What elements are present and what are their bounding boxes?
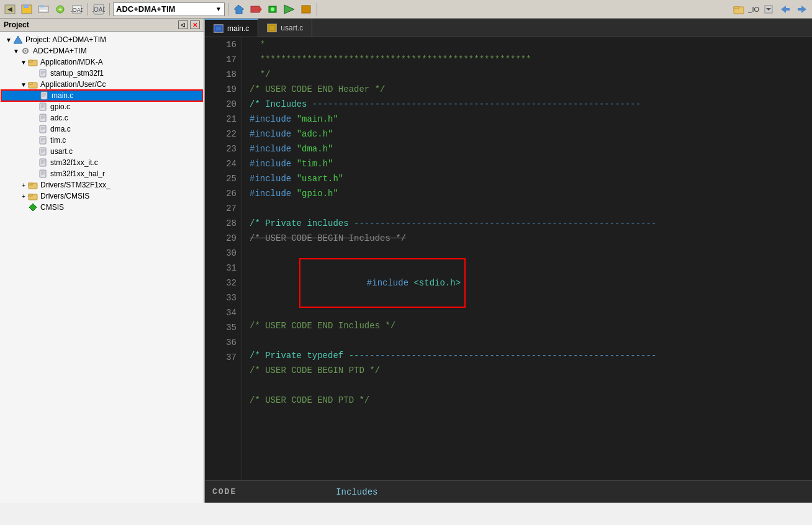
toolbar1-btn-chip[interactable] (265, 2, 280, 17)
file-mainc-icon (38, 91, 50, 101)
toolbar1-btn-3[interactable] (36, 2, 51, 17)
toolbar1-btn-6[interactable]: LOAD (91, 2, 106, 17)
tab-usartc[interactable]: usart.c (258, 19, 312, 37)
sidebar-pin-btn[interactable]: ᐊ (178, 20, 188, 29)
expand-drivers1[interactable]: + (20, 182, 27, 189)
tree-item-appuser[interactable]: ▼ Application/User/Cc (0, 79, 204, 90)
ln-23: 23 (210, 141, 237, 156)
expand-appuser[interactable]: ▼ (20, 81, 27, 88)
tree-timc-label: tim.c (50, 136, 66, 145)
svg-rect-48 (40, 125, 46, 133)
expand-adcdmatim[interactable]: ▼ (12, 48, 20, 55)
tree-item-usartc[interactable]: usart.c (0, 146, 204, 157)
toolbar1-btn-build[interactable] (248, 2, 263, 17)
tree-item-timc[interactable]: tim.c (0, 135, 204, 146)
code-line-29: /* USER CODE BEGIN Includes */ (250, 231, 805, 246)
tree-item-cmsis[interactable]: CMSIS (0, 202, 204, 213)
line-numbers: 16 17 18 19 20 21 22 23 24 25 26 27 28 2… (205, 37, 242, 480)
code-line-22: #include "adc.h" (250, 127, 805, 141)
ln-19: 19 (210, 82, 237, 97)
expand-drivers2[interactable]: + (20, 193, 27, 200)
ln-34: 34 (210, 305, 237, 320)
tab-mainc-icon (214, 24, 223, 33)
code-line-32 (250, 333, 805, 348)
file-usartc-icon (37, 146, 48, 156)
tree-appmdk-label: Application/MDK-A (40, 58, 103, 66)
tab-usartc-icon (267, 24, 277, 32)
tree-item-adcdmatim[interactable]: ▼ ADC+DMA+TIM (0, 45, 204, 56)
svg-text:◀: ◀ (7, 6, 12, 12)
ln-33: 33 (210, 290, 237, 305)
svg-rect-35 (29, 83, 32, 84)
toolbar1-btn-nav1[interactable] (778, 2, 793, 17)
sidebar-close-btn[interactable]: ✕ (190, 20, 200, 29)
svg-rect-64 (40, 170, 46, 177)
sep2 (109, 3, 110, 16)
ln-25: 25 (210, 171, 237, 186)
code-line-31: /* USER CODE END Includes */ (250, 318, 805, 333)
tree-adcc-label: adc.c (50, 114, 68, 122)
code-line-16: * (250, 37, 805, 52)
toolbar1-btn-config[interactable] (232, 2, 246, 17)
ln-36: 36 (210, 335, 237, 350)
svg-rect-29 (29, 60, 32, 62)
tab-mainc[interactable]: main.c (205, 19, 258, 37)
toolbar1-btn-4[interactable]: + (53, 2, 68, 17)
tree-adcdmatim-label: ADC+DMA+TIM (33, 47, 87, 55)
dropdown-arrow[interactable]: ▼ (215, 6, 222, 12)
tab-bar: main.c usart.c (205, 19, 812, 37)
project-dropdown[interactable]: ADC+DMA+TIM ▼ (113, 2, 225, 16)
tree-stm32it-label: stm32f1xx_it.c (50, 158, 98, 167)
sidebar-header: Project ᐊ ✕ (0, 19, 204, 32)
tree-drivers1-label: Drivers/STM32F1xx_ (40, 181, 111, 189)
tree-item-gpioc[interactable]: gpio.c (0, 101, 204, 112)
file-adcc-icon (37, 113, 48, 123)
tree-item-stm32hal[interactable]: stm32f1xx_hal_r (0, 168, 204, 179)
tree-item-appmdk[interactable]: ▼ Application/MDK-A (0, 56, 204, 68)
ln-18: 18 (210, 67, 237, 82)
code-line-18: */ (250, 67, 805, 82)
toolbar1-btn-stop[interactable] (299, 2, 314, 17)
folder-drivers2-icon (27, 191, 38, 201)
svg-rect-60 (40, 159, 46, 166)
svg-rect-13 (251, 6, 259, 12)
folder-drivers1-icon (27, 180, 38, 190)
svg-rect-20 (734, 7, 739, 9)
tree-item-dmac[interactable]: dma.c (0, 123, 204, 135)
toolbar1-btn-debug[interactable] (282, 2, 297, 17)
toolbar1-btn-nav2[interactable] (795, 2, 810, 17)
tree-item-startup[interactable]: startup_stm32f1 (0, 68, 204, 79)
toolbar1-btn-back[interactable]: ◀ (2, 2, 17, 17)
expand-appmdk[interactable]: ▼ (20, 59, 27, 66)
ln-35: 35 (210, 320, 237, 335)
tree-item-drivers2[interactable]: + Drivers/CMSIS (0, 191, 204, 202)
tree-stm32hal-label: stm32f1xx_hal_r (50, 169, 105, 178)
tree-item-drivers1[interactable]: + Drivers/STM32F1xx_ (0, 179, 204, 191)
expand-root[interactable]: ▼ (5, 37, 12, 43)
svg-marker-14 (259, 6, 262, 12)
sep3 (228, 3, 228, 16)
tree-item-stm32it[interactable]: stm32f1xx_it.c (0, 157, 204, 168)
code-line-28: /* Private includes --------------------… (250, 216, 805, 231)
status-code-label: CODE (212, 487, 237, 496)
code-content[interactable]: * **************************************… (242, 37, 812, 480)
tree-item-mainc[interactable]: main.c (1, 90, 202, 101)
tree-item-adcc[interactable]: adc.c (0, 112, 204, 123)
tree-root-label: Project: ADC+DMA+TIM (25, 35, 106, 44)
toolbar1-btn-folder-right[interactable] (731, 2, 746, 17)
file-dmac-icon (37, 124, 48, 134)
editor-area: main.c usart.c 16 17 18 19 20 21 22 23 2… (205, 19, 812, 503)
svg-point-27 (25, 50, 27, 52)
code-line-30: #include <stdio.h> (250, 246, 463, 261)
toolbar1-btn-dropdown2[interactable] (761, 2, 776, 17)
code-line-17: ****************************************… (250, 52, 805, 67)
code-line-19: /* USER CODE END Header */ (250, 82, 805, 97)
project-icon (12, 35, 24, 45)
toolbar1-btn-save[interactable] (19, 2, 34, 17)
tree-root[interactable]: ▼ Project: ADC+DMA+TIM (0, 34, 204, 45)
svg-marker-72 (29, 204, 37, 211)
diamond-icon (27, 202, 38, 212)
tree-dmac-label: dma.c (50, 125, 71, 133)
toolbar1-btn-5[interactable]: LOAD (70, 2, 84, 17)
tree-gpioc-label: gpio.c (50, 102, 70, 111)
